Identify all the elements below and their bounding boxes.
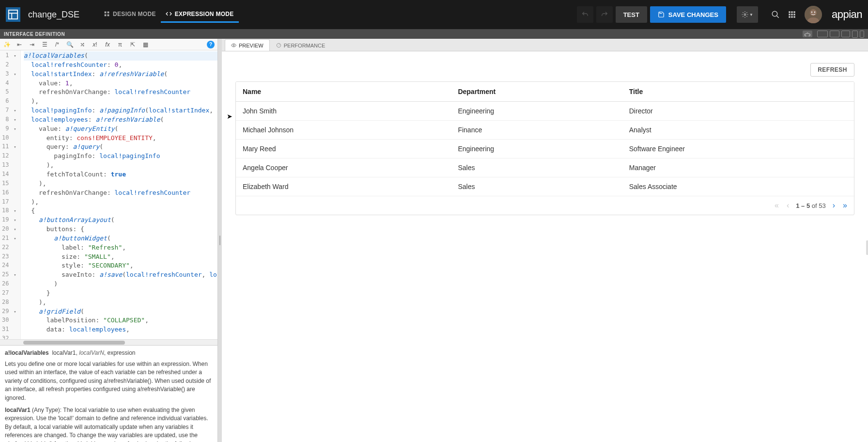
svg-rect-17 bbox=[791, 16, 792, 17]
svg-rect-3 bbox=[105, 12, 107, 14]
undo-button[interactable] bbox=[577, 6, 593, 23]
svg-rect-13 bbox=[789, 14, 790, 15]
svg-rect-5 bbox=[105, 15, 107, 16]
comment-icon[interactable]: /* bbox=[53, 41, 61, 48]
app-header: change_DSE DESIGN MODE EXPRESSION MODE T… bbox=[0, 0, 868, 29]
var-x-icon[interactable]: x! bbox=[91, 41, 99, 48]
table-cell: John Smith bbox=[236, 102, 451, 121]
list-icon[interactable]: ☰ bbox=[41, 41, 48, 48]
app-logo[interactable] bbox=[6, 7, 20, 22]
preview-tabs: PREVIEW PERFORMANCE bbox=[222, 39, 868, 51]
doc-param1: localVar1 (Any Type): The local variable… bbox=[5, 406, 213, 442]
svg-rect-16 bbox=[789, 16, 790, 17]
table-cell: Sales Associate bbox=[622, 177, 854, 196]
fx-icon[interactable]: fx bbox=[104, 41, 111, 48]
gauge-icon bbox=[276, 43, 281, 48]
save-changes-button[interactable]: SAVE CHANGES bbox=[650, 6, 726, 23]
right-splitter[interactable] bbox=[866, 240, 868, 255]
test-button[interactable]: TEST bbox=[616, 6, 647, 23]
line-gutter: 1 ▾2 3 ▾4 5 6 7 ▾8 ▾9 ▾10 11 ▾12 13 14 1… bbox=[0, 50, 21, 339]
svg-line-26 bbox=[279, 45, 279, 46]
table-cell: Director bbox=[622, 102, 854, 121]
brand-logo: appian bbox=[832, 8, 862, 21]
export-icon[interactable]: ⇱ bbox=[129, 41, 137, 48]
code-body[interactable]: a!localVariables( local!refreshCounter: … bbox=[21, 50, 217, 339]
table-cell: Engineering bbox=[451, 140, 622, 158]
doc-signature: a!localVariables localVar1, localVarN, e… bbox=[5, 349, 213, 356]
format-icon[interactable]: ✨ bbox=[3, 41, 11, 48]
column-header[interactable]: Title bbox=[622, 82, 854, 102]
viewport-laptop[interactable] bbox=[841, 31, 850, 37]
user-avatar[interactable] bbox=[805, 6, 822, 23]
editor-toolbar: ✨ ⇤ ⇥ ☰ /* 🔍 ⤭ x! fx π ⇱ ▦ ? bbox=[0, 39, 217, 50]
svg-rect-6 bbox=[108, 15, 109, 16]
indent-icon[interactable]: ⇥ bbox=[28, 41, 36, 48]
doc-panel: a!localVariables localVar1, localVarN, e… bbox=[0, 345, 217, 442]
pager-first[interactable]: « bbox=[774, 201, 780, 210]
preview-tab[interactable]: PREVIEW bbox=[225, 39, 270, 51]
svg-rect-18 bbox=[793, 16, 795, 17]
table-row[interactable]: John SmithEngineeringDirector bbox=[236, 102, 854, 121]
find-icon[interactable]: 🔍 bbox=[66, 41, 74, 48]
table-row[interactable]: Elizabeth WardSalesSales Associate bbox=[236, 177, 854, 196]
help-icon[interactable]: ? bbox=[207, 41, 215, 48]
viewport-phone[interactable] bbox=[860, 31, 864, 38]
table-row[interactable]: Angela CooperSalesManager bbox=[236, 158, 854, 177]
table-cell: Software Engineer bbox=[622, 140, 854, 158]
chevron-down-icon: ▼ bbox=[749, 13, 753, 17]
table-row[interactable]: Michael JohnsonFinanceAnalyst bbox=[236, 121, 854, 140]
expression-mode-tab[interactable]: EXPRESSION MODE bbox=[161, 7, 239, 23]
query-icon[interactable]: ▦ bbox=[141, 41, 149, 48]
table-cell: Sales bbox=[451, 177, 622, 196]
performance-tab[interactable]: PERFORMANCE bbox=[270, 39, 332, 51]
table-cell: Angela Cooper bbox=[236, 158, 451, 177]
scrollbar-thumb[interactable] bbox=[23, 341, 125, 345]
refresh-button[interactable]: REFRESH bbox=[810, 63, 854, 77]
svg-point-8 bbox=[772, 11, 777, 16]
left-panel: ✨ ⇤ ⇥ ☰ /* 🔍 ⤭ x! fx π ⇱ ▦ ? 1 ▾2 3 ▾4 5… bbox=[0, 39, 218, 442]
column-header[interactable]: Name bbox=[236, 82, 451, 102]
table-cell: Sales bbox=[451, 158, 622, 177]
pager-text: 1 – 5 of 53 bbox=[796, 202, 825, 209]
apps-icon bbox=[788, 11, 796, 18]
pager-last[interactable]: » bbox=[842, 201, 848, 210]
preview-area: REFRESH NameDepartmentTitle John SmithEn… bbox=[222, 51, 868, 442]
table-row[interactable]: Mary ReedEngineeringSoftware Engineer bbox=[236, 140, 854, 158]
viewport-tablet[interactable] bbox=[852, 31, 858, 38]
design-mode-tab[interactable]: DESIGN MODE bbox=[99, 7, 161, 23]
svg-rect-0 bbox=[9, 10, 17, 19]
column-header[interactable]: Department bbox=[451, 82, 622, 102]
code-editor[interactable]: 1 ▾2 3 ▾4 5 6 7 ▾8 ▾9 ▾10 11 ▾12 13 14 1… bbox=[0, 50, 217, 339]
search-button[interactable] bbox=[769, 8, 782, 21]
viewport-fit[interactable] bbox=[817, 31, 828, 37]
link-toggle[interactable] bbox=[803, 31, 812, 37]
redo-icon bbox=[601, 11, 608, 18]
undo-icon bbox=[581, 11, 589, 18]
shuffle-icon[interactable]: ⤭ bbox=[78, 41, 86, 48]
save-icon bbox=[658, 11, 665, 18]
subheader-label: INTERFACE DEFINITION bbox=[4, 32, 65, 37]
pi-icon[interactable]: π bbox=[116, 41, 124, 48]
horizontal-scrollbar[interactable] bbox=[0, 339, 217, 345]
svg-line-9 bbox=[776, 16, 779, 18]
apps-button[interactable] bbox=[785, 8, 799, 21]
table-cell: Mary Reed bbox=[236, 140, 451, 158]
svg-rect-14 bbox=[791, 14, 792, 15]
viewport-desktop[interactable] bbox=[830, 31, 839, 37]
header-actions: TEST SAVE CHANGES ▼ appian bbox=[577, 6, 862, 23]
svg-rect-11 bbox=[791, 11, 792, 13]
svg-rect-10 bbox=[789, 11, 790, 13]
table-header-row: NameDepartmentTitle bbox=[236, 82, 854, 102]
gear-icon bbox=[742, 11, 748, 18]
settings-menu[interactable]: ▼ bbox=[737, 6, 758, 23]
pager-prev[interactable]: ‹ bbox=[786, 201, 790, 210]
splitter[interactable] bbox=[218, 39, 222, 442]
svg-rect-15 bbox=[793, 14, 795, 15]
svg-point-7 bbox=[744, 14, 746, 16]
link-icon bbox=[805, 32, 810, 36]
outdent-icon[interactable]: ⇤ bbox=[16, 41, 23, 48]
pager-next[interactable]: › bbox=[832, 201, 836, 210]
table-body: John SmithEngineeringDirectorMichael Joh… bbox=[236, 102, 854, 196]
redo-button[interactable] bbox=[596, 6, 613, 23]
svg-point-23 bbox=[814, 12, 815, 13]
